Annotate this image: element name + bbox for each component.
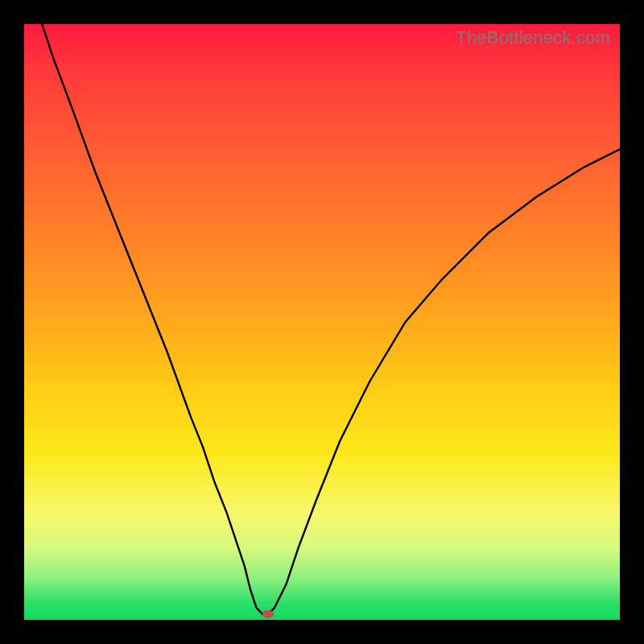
plot-area: TheBottleneck.com — [24, 24, 620, 620]
curve-path — [42, 24, 620, 614]
chart-frame: TheBottleneck.com — [0, 0, 644, 644]
bottleneck-curve — [24, 24, 620, 620]
optimum-marker — [262, 610, 274, 618]
